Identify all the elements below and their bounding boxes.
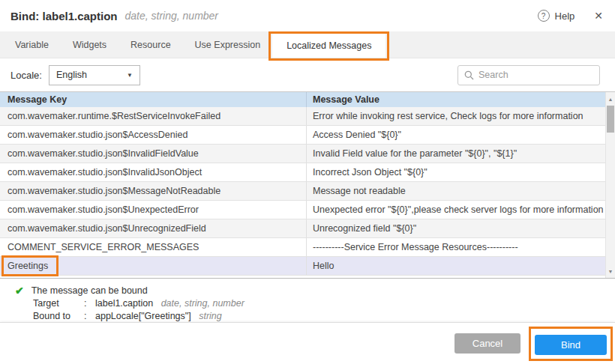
- target-value: label1.caption: [95, 298, 153, 309]
- locale-selected-value: English: [56, 70, 87, 80]
- messages-table: Message Key Message Value com.wavemaker.…: [0, 91, 615, 279]
- message-value-cell: Message not readable: [306, 182, 605, 200]
- dialog-header: Bind: label1.caption date, string, numbe…: [0, 0, 615, 31]
- target-types: date, string, number: [161, 298, 244, 309]
- status-message-line: ✔ The message can be bound: [15, 285, 615, 297]
- message-value-cell: Incorrect Json Object "${0}": [306, 163, 605, 181]
- target-value-line: label1.caption date, string, number: [95, 297, 615, 310]
- cancel-button[interactable]: Cancel: [454, 333, 520, 354]
- bound-to-value-line: appLocale["Greetings"] string: [95, 310, 615, 323]
- check-icon: ✔: [15, 285, 24, 297]
- table-scrollbar[interactable]: ▲ ▼: [605, 92, 615, 278]
- table-row[interactable]: com.wavemaker.studio.json$UnexpectedErro…: [0, 201, 605, 219]
- dialog-title: Bind: label1.caption: [10, 10, 118, 22]
- bound-to-value: appLocale["Greetings"]: [95, 311, 191, 321]
- tab-bar: Variable Widgets Resource Use Expression…: [0, 31, 615, 58]
- scrollbar-thumb[interactable]: [607, 106, 614, 133]
- column-header-message-value: Message Value: [306, 92, 605, 107]
- scroll-up-icon[interactable]: ▲: [606, 94, 615, 103]
- bound-to-type: string: [199, 311, 222, 321]
- message-key-cell: com.wavemaker.runtime.$RestServiceInvoke…: [0, 107, 306, 125]
- annotation-box-bind-button: Bind: [529, 327, 613, 361]
- message-value-cell: Unrecognized field "${0}": [306, 219, 605, 237]
- message-value-cell: Invalid Field value for the parameter "$…: [306, 145, 605, 163]
- tab-resource[interactable]: Resource: [118, 31, 183, 58]
- target-label: Target: [33, 297, 84, 310]
- message-key-cell: com.wavemaker.studio.json$InvalidJsonObj…: [0, 163, 306, 181]
- bind-dialog: Bind: label1.caption date, string, numbe…: [0, 0, 615, 364]
- scroll-down-icon[interactable]: ▼: [606, 267, 615, 276]
- table-row-selected[interactable]: Greetings Hello: [0, 257, 605, 276]
- message-value-cell: ----------Service Error Message Resource…: [306, 238, 605, 256]
- status-message: The message can be bound: [32, 285, 148, 297]
- table-row[interactable]: com.wavemaker.studio.json$InvalidFieldVa…: [0, 145, 605, 163]
- tab-use-expression[interactable]: Use Expression: [183, 31, 273, 58]
- message-value-cell: Error while invoking rest service, Check…: [306, 107, 605, 125]
- dialog-footer: Cancel Bind: [0, 322, 615, 364]
- locale-select[interactable]: English ▼: [49, 65, 140, 85]
- tab-variable[interactable]: Variable: [3, 31, 61, 58]
- locale-label: Locale:: [10, 70, 42, 81]
- table-header-row: Message Key Message Value: [0, 92, 605, 107]
- help-icon[interactable]: ?: [538, 10, 550, 22]
- chevron-down-icon: ▼: [127, 72, 133, 79]
- message-key-cell: COMMENT_SERVICE_ERROR_MESSAGES: [0, 238, 306, 256]
- message-key-cell: com.wavemaker.studio.json$UnexpectedErro…: [0, 201, 306, 219]
- tab-localized-messages-label: Localized Messages: [286, 40, 371, 51]
- messages-table-main: Message Key Message Value com.wavemaker.…: [0, 92, 605, 278]
- dialog-title-types: date, string, number: [125, 10, 219, 22]
- header-actions: ? Help ✕: [538, 10, 603, 22]
- table-row[interactable]: com.wavemaker.studio.json$InvalidJsonObj…: [0, 163, 605, 182]
- bind-button[interactable]: Bind: [535, 335, 607, 355]
- table-row[interactable]: COMMENT_SERVICE_ERROR_MESSAGES ---------…: [0, 238, 605, 257]
- binding-status: ✔ The message can be bound Target : labe…: [0, 279, 615, 322]
- tab-widgets[interactable]: Widgets: [61, 31, 118, 58]
- bound-to-label: Bound to: [33, 310, 84, 323]
- message-value-cell: Access Denied "${0}": [306, 126, 605, 144]
- message-key-cell: com.wavemaker.studio.json$UnrecognizedFi…: [0, 219, 306, 237]
- table-row[interactable]: com.wavemaker.studio.json$MessageNotRead…: [0, 182, 605, 201]
- tab-localized-messages[interactable]: Localized Messages: [272, 31, 386, 58]
- message-value-cell: Hello: [306, 257, 605, 275]
- target-colon: :: [84, 297, 95, 310]
- message-key-cell: com.wavemaker.studio.json$InvalidFieldVa…: [0, 145, 306, 163]
- table-row[interactable]: com.wavemaker.studio.json$AccessDenied A…: [0, 126, 605, 145]
- message-key-cell: Greetings: [0, 257, 306, 275]
- column-header-message-key: Message Key: [0, 92, 306, 107]
- table-row[interactable]: com.wavemaker.studio.json$UnrecognizedFi…: [0, 219, 605, 238]
- close-icon[interactable]: ✕: [594, 10, 603, 22]
- message-value-cell: Unexpected error "${0}",please check ser…: [306, 201, 605, 219]
- search-icon: [464, 70, 474, 80]
- search-box: [458, 65, 600, 85]
- message-key-cell: com.wavemaker.studio.json$AccessDenied: [0, 126, 306, 144]
- bound-to-colon: :: [84, 310, 95, 323]
- table-row[interactable]: com.wavemaker.runtime.$RestServiceInvoke…: [0, 107, 605, 126]
- help-link[interactable]: Help: [555, 10, 575, 22]
- message-key-cell: com.wavemaker.studio.json$MessageNotRead…: [0, 182, 306, 200]
- search-input[interactable]: [478, 70, 593, 80]
- toolbar: Locale: English ▼: [0, 58, 615, 91]
- binding-details: Target : label1.caption date, string, nu…: [33, 297, 615, 322]
